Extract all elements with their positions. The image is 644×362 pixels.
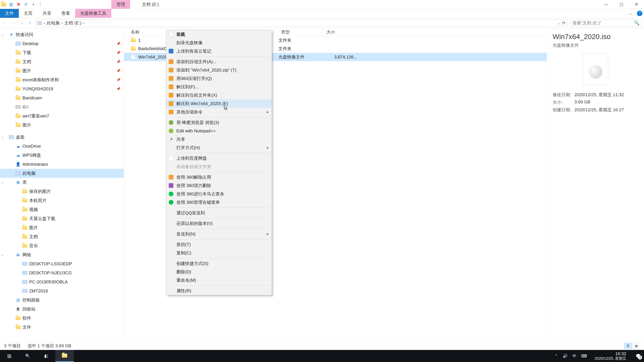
tree-item[interactable]: 天翼云盘下载 — [0, 214, 124, 223]
ctx-youdao[interactable]: 上传到有道云笔记 — [166, 47, 272, 55]
qat-dropdown-icon[interactable]: ▾ — [30, 2, 36, 7]
expand-chevron-icon[interactable]: ⌄ — [0, 32, 5, 36]
nav-up-button[interactable]: ↑ — [27, 20, 33, 26]
ctx-360-trojan-scan[interactable]: 使用 360进行木马云查杀 — [166, 190, 272, 198]
ctx-copy[interactable]: 复制(C) — [166, 249, 272, 257]
tree-item[interactable]: 文档📌 — [0, 57, 124, 66]
address-bar[interactable]: › 此电脑 › 文档 (E:) › ⌄ ⟳ — [36, 19, 568, 27]
close-button[interactable]: ✕ — [629, 0, 644, 9]
tree-item[interactable]: Bandicam — [0, 93, 124, 102]
ctx-send-to[interactable]: 发送到(N)▸ — [166, 230, 272, 238]
ribbon-collapse-icon[interactable]: ⌄ — [629, 11, 632, 15]
taskbar-explorer-button[interactable] — [55, 350, 74, 362]
nav-history-dropdown[interactable]: ⌄ — [19, 20, 25, 26]
tree-item[interactable]: 软件 — [0, 314, 124, 323]
tree-item[interactable]: ⌄🖧网络 — [0, 250, 124, 259]
tree-item[interactable]: 图片 — [0, 223, 124, 232]
tree-item[interactable]: ⌄▣库 — [0, 178, 124, 187]
expand-chevron-icon[interactable]: ⌄ — [0, 180, 5, 184]
ctx-properties[interactable]: 属性(R) — [166, 287, 272, 295]
address-refresh-icon[interactable]: ⟳ — [562, 20, 566, 26]
qat-undo-icon[interactable]: ↺ — [23, 2, 28, 7]
tree-item[interactable]: win7重装win7 — [0, 111, 124, 120]
ctx-extract-to[interactable]: 解压到(F)... — [166, 83, 272, 91]
ctx-other-zip[interactable]: 其他压缩命令▸ — [166, 108, 272, 116]
ctx-extract-here[interactable]: 解压到当前文件夹(X) — [166, 91, 272, 99]
header-type[interactable]: 类型 — [278, 29, 324, 35]
taskbar-taskview-button[interactable]: ◧ — [37, 350, 55, 362]
tree-item[interactable]: 图片 — [0, 120, 124, 130]
ctx-notepadpp[interactable]: Edit with Notepad++ — [166, 127, 272, 135]
tree-item[interactable]: ⌄桌面 — [0, 133, 124, 142]
nav-back-button[interactable]: ← — [2, 20, 8, 26]
ribbon-tab-share[interactable]: 共享 — [38, 9, 56, 18]
expand-chevron-icon[interactable]: ⌄ — [0, 135, 5, 139]
action-center-button[interactable]: 💬 3 — [634, 352, 642, 360]
tray-ime-indicator[interactable]: 中 — [572, 353, 576, 359]
ribbon-tab-view[interactable]: 查看 — [56, 9, 75, 18]
ctx-360-manage-menu[interactable]: 使用 360管理右键菜单 — [166, 198, 272, 206]
ctx-mount[interactable]: 装载 — [166, 30, 272, 38]
tree-item[interactable]: YUNQISHI2019📌 — [0, 84, 124, 93]
navigation-tree[interactable]: ⌄★快速访问Desktop📌下载📌文档📌图片📌excel表格制作求和📌YUNQI… — [0, 28, 124, 342]
tree-item[interactable]: 🗑回收站 — [0, 305, 124, 314]
ctx-delete[interactable]: 删除(D) — [166, 268, 272, 276]
tree-item[interactable]: 图片📌 — [0, 66, 124, 75]
tree-item[interactable]: DESKTOP-LSSOEDP — [0, 259, 124, 268]
tree-item[interactable]: 保存的图片 — [0, 187, 124, 196]
tree-item[interactable]: 下载📌 — [0, 48, 124, 57]
tray-overflow-icon[interactable]: ⌃ — [554, 354, 558, 358]
start-button[interactable]: ⊞ — [0, 350, 18, 362]
tree-item[interactable]: 文档 — [0, 232, 124, 241]
tree-item[interactable]: ☁WPS网盘 — [0, 151, 124, 160]
ctx-360-force-delete[interactable]: 使用 360强力删除 — [166, 181, 272, 190]
nav-forward-button[interactable]: → — [10, 20, 16, 26]
expand-chevron-icon[interactable]: ⌄ — [0, 253, 5, 257]
address-dropdown-icon[interactable]: ⌄ — [558, 21, 560, 25]
tree-item[interactable]: 本机照片 — [0, 196, 124, 205]
tree-item[interactable]: G:\ — [0, 102, 124, 111]
taskbar-search-button[interactable]: 🔍 — [18, 350, 37, 362]
tree-item[interactable]: 音乐 — [0, 241, 124, 250]
breadcrumb-current[interactable]: 文档 (E:) — [64, 20, 81, 26]
ctx-create-shortcut[interactable]: 创建快捷方式(S) — [166, 259, 272, 268]
tree-item[interactable]: 视频 — [0, 205, 124, 214]
help-icon[interactable]: ? — [637, 11, 642, 16]
ctx-restore-previous[interactable]: 还原以前的版本(V) — [166, 219, 272, 228]
minimize-button[interactable]: — — [599, 0, 614, 9]
header-size[interactable]: 大小 — [324, 29, 357, 35]
tree-item[interactable]: ▤控制面板 — [0, 296, 124, 305]
tree-item[interactable]: ⌄★快速访问 — [0, 30, 124, 39]
ctx-burn[interactable]: 刻录光盘映像 — [166, 38, 272, 47]
tree-item[interactable]: excel表格制作求和📌 — [0, 75, 124, 84]
tree-item[interactable]: 文件 — [0, 323, 124, 332]
ctx-bee-browser[interactable]: 用 蜂蜜浏览器 浏览(3) — [166, 118, 272, 127]
ctx-add-zip[interactable]: 添加到 "Win7x64_2020.zip" (T) — [166, 66, 272, 74]
ctx-share[interactable]: ↗共享 — [166, 135, 272, 143]
ribbon-tab-file[interactable]: 文件 — [0, 9, 19, 18]
tree-item[interactable]: ☁OneDrive — [0, 142, 124, 151]
ctx-add-archive[interactable]: 添加到压缩文件(A)... — [166, 57, 272, 66]
tree-item[interactable]: 此电脑 — [0, 169, 124, 178]
breadcrumb-this-pc[interactable]: 此电脑 — [46, 20, 60, 26]
ctx-open-with[interactable]: 打开方式(H)▸ — [166, 143, 272, 152]
qat-save-icon[interactable]: ▥ — [8, 2, 14, 7]
ctx-360-unlock[interactable]: 使用 360解除占用 — [166, 173, 272, 181]
ctx-rename[interactable]: 重命名(M) — [166, 276, 272, 284]
tray-volume-icon[interactable]: 🔊 — [563, 354, 568, 358]
taskbar-clock[interactable]: 16:32 2020/12/25, 星期五 — [592, 351, 629, 361]
tree-item[interactable]: 👤Administrator — [0, 160, 124, 169]
ctx-open-360zip[interactable]: 用360压缩打开(Q) — [166, 74, 272, 83]
ctx-extract-named[interactable]: 解压到 Win7x64_2020\ (E) — [166, 99, 272, 108]
view-icons-button[interactable]: ▦ — [632, 343, 640, 349]
ctx-cut[interactable]: 剪切(T) — [166, 240, 272, 249]
ribbon-tab-disc-image-tools[interactable]: 光盘映像工具 — [75, 9, 111, 18]
qat-delete-icon[interactable]: ✕ — [16, 2, 21, 7]
tree-item[interactable]: ZMT2019 — [0, 286, 124, 296]
ctx-baidu-upload[interactable]: 上传到百度网盘 — [166, 154, 272, 162]
tree-item[interactable]: DESKTOP-NJEU3CG — [0, 268, 124, 277]
tree-item[interactable]: PC-20190530OBLA — [0, 277, 124, 286]
tray-keyboard-icon[interactable]: ⌨ — [581, 354, 587, 358]
maximize-button[interactable]: ▢ — [614, 0, 629, 9]
ctx-qq-send[interactable]: 通过QQ发送到 — [166, 209, 272, 217]
